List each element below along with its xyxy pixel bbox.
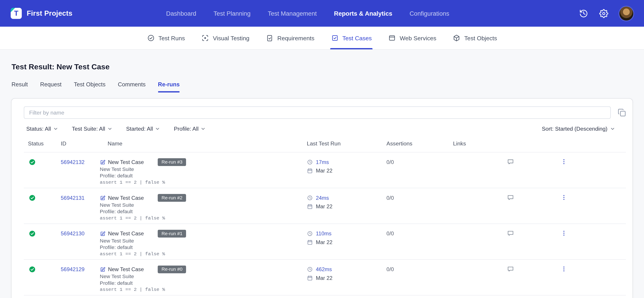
rerun-badge: Re-run #0 xyxy=(158,265,186,273)
kebab-icon xyxy=(560,265,567,272)
duration-link[interactable]: 110ms xyxy=(316,230,332,237)
rerun-badge: Re-run #1 xyxy=(158,230,186,238)
status-passed-icon xyxy=(29,266,61,273)
history-button[interactable] xyxy=(579,9,588,18)
duration-link[interactable]: 24ms xyxy=(316,195,329,201)
copy-icon xyxy=(618,109,626,117)
test-run-id-link[interactable]: 56942131 xyxy=(61,195,84,201)
profile-label: Profile: default xyxy=(100,280,307,286)
tab-test-objects[interactable]: Test Objects xyxy=(74,81,105,92)
nav-item-dashboard[interactable]: Dashboard xyxy=(166,10,196,17)
assertion-text: assert 1 == 2 | false % xyxy=(100,286,307,293)
gear-icon xyxy=(599,9,608,18)
profile-filter-dropdown[interactable]: Profile: All xyxy=(174,126,206,132)
test-case-name: New Test Case xyxy=(108,195,144,201)
comment-icon xyxy=(507,265,514,273)
subnav-label: Test Runs xyxy=(158,35,185,41)
page-title: Test Result: New Test Case xyxy=(12,62,632,71)
test-suite-name: New Test Suite xyxy=(100,273,307,280)
table-header: Status ID Name Last Test Run Assertions … xyxy=(24,141,626,152)
copy-button[interactable] xyxy=(618,109,626,117)
rerun-badge: Re-run #2 xyxy=(158,194,186,202)
tab-re-runs[interactable]: Re-runs xyxy=(158,81,180,92)
comment-button[interactable] xyxy=(507,158,514,166)
nav-item-test-management[interactable]: Test Management xyxy=(268,10,317,17)
top-navbar: T First Projects Dashboard Test Planning… xyxy=(0,0,644,27)
subnav-tab-requirements[interactable]: Requirements xyxy=(265,27,315,49)
subnav-label: Visual Testing xyxy=(213,35,249,41)
test-case-name: New Test Case xyxy=(108,230,144,237)
user-avatar[interactable] xyxy=(620,6,633,20)
tab-result[interactable]: Result xyxy=(12,81,28,92)
test-cases-icon xyxy=(331,34,338,42)
test-case-link[interactable]: New Test Case xyxy=(100,266,144,272)
duration-link[interactable]: 17ms xyxy=(316,159,329,165)
sort-dropdown[interactable]: Sort: Started (Descending) xyxy=(542,126,626,132)
filter-label: Started: All xyxy=(126,126,153,132)
brand[interactable]: T First Projects xyxy=(11,8,72,19)
subnav-tab-test-cases[interactable]: Test Cases xyxy=(330,27,373,49)
status-filter-dropdown[interactable]: Status: All xyxy=(26,126,58,132)
test-run-id-link[interactable]: 56942129 xyxy=(61,266,84,272)
comment-button[interactable] xyxy=(507,265,514,273)
clock-icon xyxy=(307,159,313,165)
module-subnav: Test Runs Visual Testing Requirements Te… xyxy=(0,27,644,50)
requirements-icon xyxy=(266,34,274,42)
status-passed-icon xyxy=(29,194,61,201)
profile-label: Profile: default xyxy=(100,244,307,250)
clock-icon xyxy=(307,266,313,272)
calendar-icon xyxy=(307,275,313,281)
table-row: 56942132 New Test Case Re-run #3 New Tes… xyxy=(24,152,626,188)
test-objects-icon xyxy=(453,34,461,42)
test-case-name: New Test Case xyxy=(108,159,144,165)
table-row: 56942131 New Test Case Re-run #2 New Tes… xyxy=(24,188,626,224)
started-filter-dropdown[interactable]: Started: All xyxy=(126,126,160,132)
calendar-icon xyxy=(307,168,313,174)
column-header-status: Status xyxy=(24,141,61,147)
row-menu-button[interactable] xyxy=(560,194,567,201)
test-run-id-link[interactable]: 56942130 xyxy=(61,230,84,237)
column-header-last-test-run: Last Test Run xyxy=(307,141,386,147)
subnav-tab-web-services[interactable]: Web Services xyxy=(387,27,437,49)
row-menu-button[interactable] xyxy=(560,230,567,237)
edit-icon xyxy=(100,266,106,272)
filter-input[interactable] xyxy=(24,107,611,119)
tab-comments[interactable]: Comments xyxy=(118,81,146,92)
test-case-link[interactable]: New Test Case xyxy=(100,159,144,165)
comment-icon xyxy=(507,158,514,166)
calendar-icon xyxy=(307,239,313,245)
primary-nav: Dashboard Test Planning Test Management … xyxy=(166,10,449,17)
test-suite-filter-dropdown[interactable]: Test Suite: All xyxy=(72,126,113,132)
page-content: Test Result: New Test Case Result Reques… xyxy=(0,62,644,298)
tab-request[interactable]: Request xyxy=(40,81,62,92)
chevron-down-icon xyxy=(107,126,113,132)
test-case-link[interactable]: New Test Case xyxy=(100,195,144,201)
test-suite-name: New Test Suite xyxy=(100,238,307,244)
project-name: First Projects xyxy=(26,9,72,18)
settings-button[interactable] xyxy=(599,9,608,18)
row-menu-button[interactable] xyxy=(560,158,567,165)
test-case-link[interactable]: New Test Case xyxy=(100,230,144,237)
row-menu-button[interactable] xyxy=(560,265,567,272)
status-passed-icon xyxy=(29,230,61,237)
comment-icon xyxy=(507,194,514,201)
filter-label: Status: All xyxy=(26,126,51,132)
column-header-links: Links xyxy=(453,141,494,147)
detail-tabs: Result Request Test Objects Comments Re-… xyxy=(12,81,632,92)
nav-item-configurations[interactable]: Configurations xyxy=(410,10,449,17)
visual-testing-icon xyxy=(202,34,209,42)
assertion-text: assert 1 == 2 | false % xyxy=(100,179,307,185)
subnav-tab-test-objects[interactable]: Test Objects xyxy=(452,27,498,49)
reruns-card: Status: All Test Suite: All Started: All… xyxy=(12,99,632,298)
nav-item-reports-analytics[interactable]: Reports & Analytics xyxy=(334,10,392,17)
comment-button[interactable] xyxy=(507,194,514,201)
duration-link[interactable]: 462ms xyxy=(316,266,332,272)
subnav-tab-visual-testing[interactable]: Visual Testing xyxy=(200,27,250,49)
filter-label: Test Suite: All xyxy=(72,126,105,132)
comment-icon xyxy=(507,230,514,237)
nav-item-test-planning[interactable]: Test Planning xyxy=(214,10,250,17)
test-run-id-link[interactable]: 56942132 xyxy=(61,159,84,165)
run-date: Mar 22 xyxy=(316,239,332,245)
comment-button[interactable] xyxy=(507,230,514,237)
subnav-tab-test-runs[interactable]: Test Runs xyxy=(146,27,186,49)
